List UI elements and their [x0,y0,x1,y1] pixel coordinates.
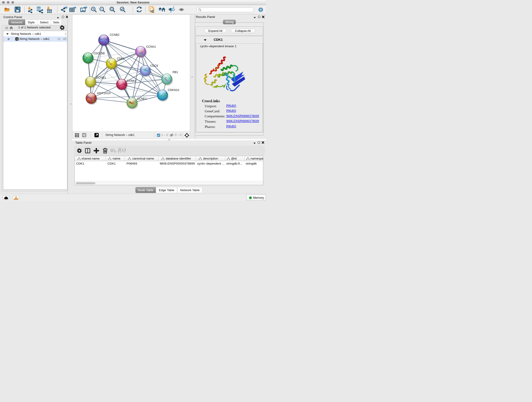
svg-text:CDC25B: CDC25B [94,52,105,55]
svg-text:CDKN1A: CDKN1A [168,89,179,92]
svg-text:HIST1H1A: HIST1H1A [97,92,111,95]
svg-text:CCNB1: CCNB1 [96,76,106,79]
svg-text:RB1: RB1 [172,70,178,74]
svg-text:CDK1: CDK1 [117,57,124,60]
svg-text:CDC6: CDC6 [150,64,158,67]
svg-text:CCNA1: CCNA1 [146,45,156,48]
svg-text:CCNB2: CCNB2 [110,33,119,36]
svg-text:CCNA2: CCNA2 [127,79,136,83]
svg-text:CCNE1: CCNE1 [137,97,147,100]
